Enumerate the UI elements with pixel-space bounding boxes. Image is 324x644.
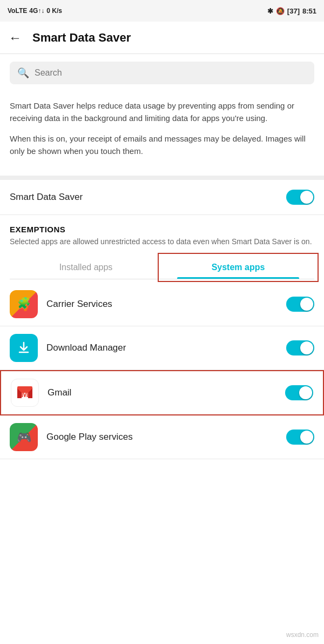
- exemptions-description: Selected apps are allowed unrestricted a…: [10, 236, 314, 247]
- main-toggle-row: Smart Data Saver: [0, 180, 324, 215]
- data-indicator: 0 K/s: [46, 7, 62, 15]
- description-para1: Smart Data Saver helps reduce data usage…: [10, 99, 314, 125]
- app-row-carrier: 🧩 Carrier Services: [0, 283, 324, 326]
- download-manager-icon: [10, 334, 38, 362]
- app-row-download: Download Manager: [0, 326, 324, 370]
- watermark: wsxdn.com: [286, 631, 319, 639]
- status-left: VoLTE 4G↑↓ 0 K/s: [8, 7, 62, 15]
- carrier-services-toggle[interactable]: [286, 297, 314, 312]
- silent-icon: 🔕: [276, 7, 285, 15]
- search-bar[interactable]: 🔍: [10, 62, 314, 84]
- description-para2: When this is on, your receipt of emails …: [10, 132, 314, 158]
- gmail-name: Gmail: [48, 387, 276, 398]
- search-section: 🔍: [0, 54, 324, 92]
- main-toggle-label: Smart Data Saver: [10, 192, 83, 203]
- search-input[interactable]: [35, 68, 307, 78]
- gmail-toggle[interactable]: [285, 385, 313, 400]
- description-section: Smart Data Saver helps reduce data usage…: [0, 92, 324, 180]
- tab-installed-apps[interactable]: Installed apps: [10, 256, 162, 279]
- tab-system-apps[interactable]: System apps: [162, 256, 314, 279]
- svg-text:🎮: 🎮: [17, 430, 32, 445]
- carrier-services-icon: 🧩: [10, 290, 38, 318]
- download-manager-toggle[interactable]: [286, 340, 314, 355]
- app-list: 🧩 Carrier Services Download Manager: [0, 283, 324, 459]
- battery-indicator: [37]: [287, 7, 300, 15]
- google-play-services-icon: 🎮: [10, 423, 38, 451]
- volte-indicator: VoLTE: [8, 7, 27, 15]
- page-header: ← Smart Data Saver: [0, 22, 324, 54]
- back-button[interactable]: ←: [9, 31, 22, 44]
- signal-indicator: 4G↑↓: [29, 7, 44, 15]
- carrier-services-name: Carrier Services: [46, 299, 278, 310]
- page-title: Smart Data Saver: [32, 31, 131, 45]
- app-row-gps: 🎮 Google Play services: [0, 415, 324, 459]
- gps-name: Google Play services: [46, 432, 278, 442]
- main-toggle-switch[interactable]: [286, 190, 314, 205]
- gmail-icon: M: [11, 379, 39, 407]
- app-row-gmail: M Gmail: [0, 370, 324, 415]
- clock: 8:51: [302, 7, 316, 15]
- exemptions-tabs: Installed apps System apps: [10, 256, 314, 279]
- svg-text:M: M: [21, 390, 28, 399]
- download-manager-name: Download Manager: [46, 343, 278, 353]
- exemptions-section: EXEMPTIONS Selected apps are allowed unr…: [0, 215, 324, 283]
- status-bar: VoLTE 4G↑↓ 0 K/s ✱ 🔕 [37] 8:51: [0, 0, 324, 22]
- exemptions-title: EXEMPTIONS: [10, 225, 314, 234]
- svg-text:🧩: 🧩: [17, 297, 31, 310]
- search-icon: 🔍: [17, 67, 29, 79]
- bluetooth-icon: ✱: [267, 7, 273, 15]
- gps-toggle[interactable]: [286, 430, 314, 445]
- status-right: ✱ 🔕 [37] 8:51: [267, 7, 316, 15]
